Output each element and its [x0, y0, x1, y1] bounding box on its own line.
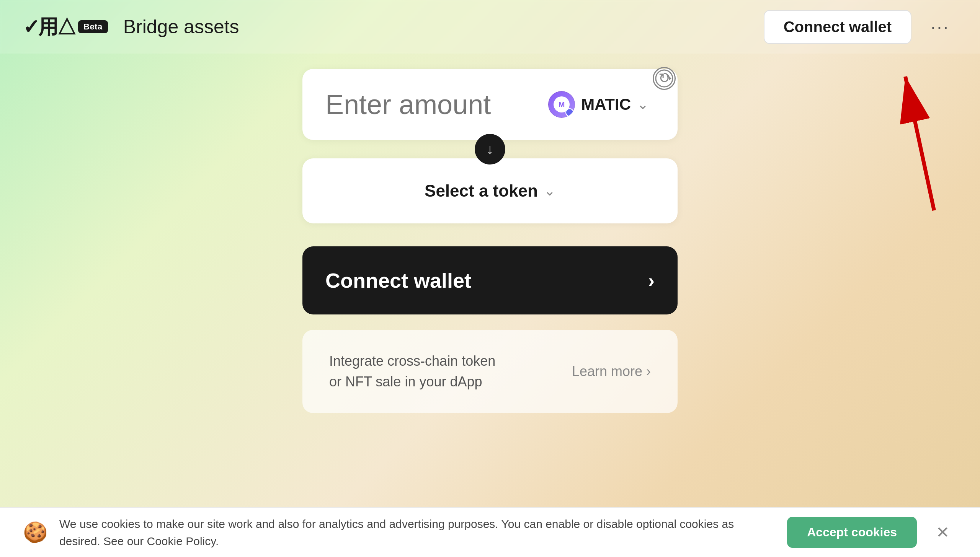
accept-cookies-button[interactable]: Accept cookies [787, 517, 917, 548]
refresh-button[interactable] [651, 65, 678, 92]
more-menu-button[interactable]: ··· [923, 13, 957, 41]
info-text-line2: or NFT sale in your dApp [329, 374, 482, 389]
cookie-icon: 🍪 [23, 521, 48, 544]
token-name-label: MATIC [581, 95, 631, 114]
amount-input[interactable] [325, 89, 542, 120]
connect-wallet-main-label: Connect wallet [325, 269, 471, 292]
refresh-icon [653, 67, 676, 90]
cookie-banner: 🍪 We use cookies to make our site work a… [0, 507, 980, 557]
info-card: Integrate cross-chain token or NFT sale … [302, 330, 678, 413]
cookie-text: We use cookies to make our site work and… [59, 515, 776, 550]
token-symbol: M [559, 100, 565, 109]
swap-button-container: ↓ [302, 141, 678, 158]
logo-mark: ✓⽤△ [23, 17, 75, 37]
amount-input-card: M MATIC ⌄ [302, 69, 678, 140]
token-dropdown-icon: ⌄ [637, 96, 648, 112]
learn-more-button[interactable]: Learn more › [572, 363, 651, 379]
select-token-label: Select a token [425, 181, 538, 200]
connect-wallet-main-button[interactable]: Connect wallet › [302, 246, 678, 314]
token-selector-button[interactable]: M MATIC ⌄ [542, 88, 655, 121]
main-content: M MATIC ⌄ ↓ Select a token ⌄ [0, 54, 980, 507]
beta-badge: Beta [78, 20, 108, 33]
connect-wallet-header-button[interactable]: Connect wallet [764, 10, 911, 44]
header-left: ✓⽤△ Beta Bridge assets [23, 16, 239, 38]
close-cookie-banner-button[interactable]: ✕ [928, 519, 957, 546]
header-right: Connect wallet ··· [764, 10, 957, 44]
swap-down-icon: ↓ [487, 141, 493, 157]
bridge-widget: M MATIC ⌄ ↓ Select a token ⌄ [302, 69, 678, 413]
svg-marker-3 [669, 77, 671, 80]
destination-token-card: Select a token ⌄ [302, 158, 678, 223]
select-token-dropdown-icon: ⌄ [544, 183, 555, 199]
page-title: Bridge assets [123, 16, 239, 38]
swap-direction-button[interactable]: ↓ [475, 134, 505, 164]
info-text: Integrate cross-chain token or NFT sale … [329, 351, 495, 392]
connect-wallet-chevron-icon: › [648, 269, 655, 292]
header: ✓⽤△ Beta Bridge assets Connect wallet ··… [0, 0, 980, 54]
logo: ✓⽤△ Beta [23, 17, 108, 37]
select-token-button[interactable]: Select a token ⌄ [425, 181, 555, 200]
matic-token-icon: M [548, 91, 575, 118]
info-text-line1: Integrate cross-chain token [329, 353, 495, 369]
